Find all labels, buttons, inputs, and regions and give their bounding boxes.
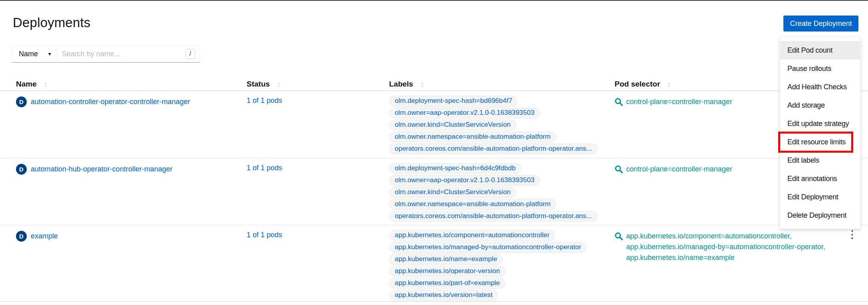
deployment-resource-badge: D <box>16 164 27 175</box>
label-pill[interactable]: app.kubernetes.io/part-of=example <box>389 278 505 289</box>
sort-icon[interactable]: ↕ <box>420 80 424 89</box>
table-header-row: Name ↕ Status ↕ Labels ↕ Pod selector ↕ <box>0 78 868 91</box>
menu-item-add-storage[interactable]: Add storage <box>780 96 860 114</box>
label-pill[interactable]: olm.owner.namespace=ansible-automation-p… <box>389 199 556 210</box>
sort-icon[interactable]: ↕ <box>277 80 281 89</box>
deployment-resource-badge: D <box>16 231 27 242</box>
caret-down-icon: ▾ <box>48 51 51 57</box>
deployment-name-link[interactable]: automation-hub-operator-controller-manag… <box>31 165 172 173</box>
label-pill[interactable]: olm.owner.kind=ClusterServiceVersion <box>389 120 516 130</box>
sort-icon[interactable]: ↕ <box>44 80 47 89</box>
menu-item-add-health-checks[interactable]: Add Health Checks <box>780 78 860 96</box>
search-icon <box>615 98 623 106</box>
sort-icon[interactable]: ↕ <box>667 80 671 89</box>
pods-status-link[interactable]: 1 of 1 pods <box>247 231 282 239</box>
filter-toolbar: Name ▾ / <box>12 45 200 63</box>
label-pill[interactable]: olm.owner=aap-operator.v2.1.0-0.16383935… <box>389 175 540 186</box>
kebab-menu-icon[interactable]: ⋮ <box>847 228 858 240</box>
label-pill[interactable]: olm.deployment-spec-hash=6d4c9fdbdb <box>389 163 521 174</box>
column-header-status[interactable]: Status ↕ <box>247 80 389 89</box>
create-deployment-button[interactable]: Create Deployment <box>783 16 858 31</box>
column-header-labels[interactable]: Labels ↕ <box>389 80 615 89</box>
search-icon <box>615 165 623 173</box>
menu-item-pause-rollouts[interactable]: Pause rollouts <box>780 59 860 78</box>
label-pill[interactable]: app.kubernetes.io/version=latest <box>389 290 498 301</box>
deployments-table: D automation-controller-operator-control… <box>0 91 868 302</box>
deployment-name-link[interactable]: example <box>31 232 58 240</box>
search-input[interactable] <box>62 50 186 58</box>
label-pill[interactable]: app.kubernetes.io/name=example <box>389 254 503 265</box>
label-pill[interactable]: olm.owner.kind=ClusterServiceVersion <box>389 187 516 198</box>
label-pill[interactable]: olm.owner.namespace=ansible-automation-p… <box>389 132 556 142</box>
label-pill[interactable]: olm.owner=aap-operator.v2.1.0-0.16383935… <box>389 108 540 118</box>
search-box[interactable]: / <box>57 45 200 63</box>
column-header-name[interactable]: Name ↕ <box>16 80 247 89</box>
menu-item-edit-deployment[interactable]: Edit Deployment <box>780 188 860 206</box>
deployment-resource-badge: D <box>16 96 27 107</box>
top-divider <box>0 0 868 1</box>
filter-type-dropdown[interactable]: Name ▾ <box>12 45 57 63</box>
label-pill[interactable]: app.kubernetes.io/operator-version <box>389 266 506 277</box>
filter-type-label: Name <box>19 50 38 58</box>
label-pill[interactable]: operators.coreos.com/ansible-automation-… <box>389 211 597 222</box>
pod-selector-link[interactable]: app.kubernetes.io/component=automationco… <box>615 231 833 263</box>
table-row: D automation-hub-operator-controller-man… <box>0 158 868 225</box>
search-icon <box>615 232 623 240</box>
label-pill[interactable]: olm.deployment-spec-hash=bd696b4f7 <box>389 96 518 106</box>
label-pill[interactable]: app.kubernetes.io/component=automationco… <box>389 230 555 241</box>
menu-item-edit-annotations[interactable]: Edit annotations <box>780 169 860 188</box>
label-pill[interactable]: operators.coreos.com/ansible-automation-… <box>389 144 597 154</box>
menu-item-edit-resource-limits[interactable]: Edit resource limits <box>780 133 860 151</box>
menu-item-edit-labels[interactable]: Edit labels <box>780 151 860 169</box>
pods-status-link[interactable]: 1 of 1 pods <box>247 96 282 104</box>
menu-item-edit-update-strategy[interactable]: Edit update strategy <box>780 114 860 133</box>
deployment-actions-menu: Edit Pod count Pause rollouts Add Health… <box>780 37 860 229</box>
table-row: D example 1 of 1 pods app.kubernetes.io/… <box>0 225 868 302</box>
menu-item-delete-deployment[interactable]: Delete Deployment <box>780 206 860 224</box>
menu-item-edit-pod-count[interactable]: Edit Pod count <box>780 41 860 59</box>
table-row: D automation-controller-operator-control… <box>0 91 868 158</box>
page-title: Deployments <box>13 15 91 30</box>
deployment-name-link[interactable]: automation-controller-operator-controlle… <box>31 98 190 106</box>
label-pill[interactable]: app.kubernetes.io/managed-by=automationc… <box>389 242 587 253</box>
slash-shortcut-badge: / <box>186 49 195 59</box>
pods-status-link[interactable]: 1 of 1 pods <box>247 164 282 172</box>
